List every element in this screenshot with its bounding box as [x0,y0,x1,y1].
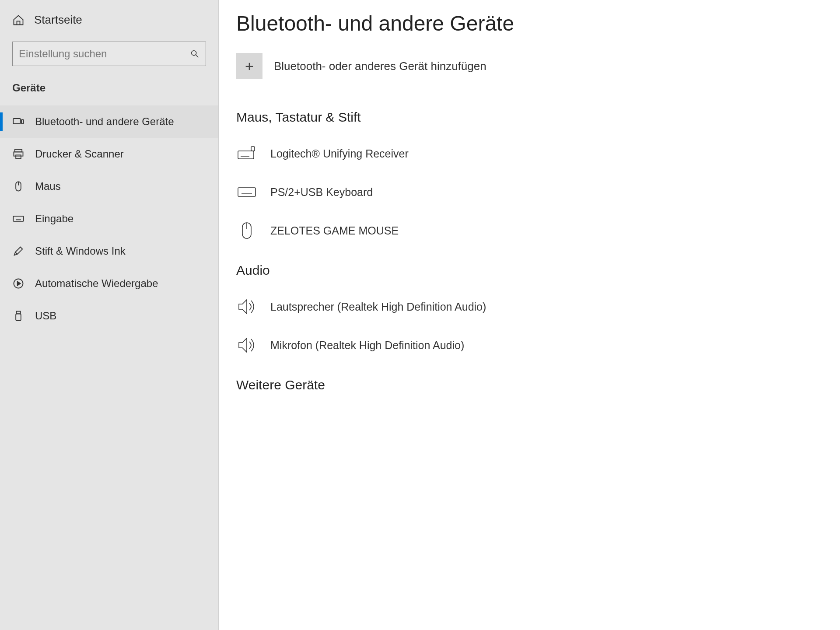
sidebar-item-pen[interactable]: Stift & Windows Ink [0,235,218,267]
device-label: Lautsprecher (Realtek High Definition Au… [270,301,486,313]
svg-rect-3 [21,119,24,123]
sidebar-item-label: Bluetooth- und andere Geräte [35,116,174,128]
sidebar-item-label: USB [35,310,56,322]
mouse-icon [236,220,257,241]
device-item[interactable]: Lautsprecher (Realtek High Definition Au… [236,287,822,326]
svg-rect-9 [13,216,23,221]
device-item[interactable]: PS/2+USB Keyboard [236,173,822,211]
sidebar-section-label: Geräte [0,77,218,105]
autoplay-icon [12,277,24,290]
svg-line-1 [196,55,199,58]
sidebar-item-label: Stift & Windows Ink [35,245,126,257]
section-heading-other: Weitere Geräte [236,378,822,392]
svg-rect-18 [16,314,21,320]
svg-rect-26 [238,188,256,196]
search-container [12,42,206,66]
keyboard-icon [236,182,257,203]
search-box[interactable] [12,42,206,66]
plus-icon: + [236,53,262,79]
device-item[interactable]: Logitech® Unifying Receiver [236,134,822,173]
svg-point-0 [192,51,196,56]
device-item[interactable]: Mikrofon (Realtek High Definition Audio) [236,326,822,364]
svg-rect-6 [16,155,21,158]
sidebar-item-label: Maus [35,180,61,192]
speaker-icon [236,296,257,317]
device-label: Mikrofon (Realtek High Definition Audio) [270,339,464,352]
search-input[interactable] [19,48,190,60]
section-heading-input: Maus, Tastatur & Stift [236,110,822,125]
sidebar-item-label: Automatische Wiedergabe [35,277,158,290]
speaker-icon [236,335,257,356]
sidebar-item-label: Drucker & Scanner [35,148,124,160]
search-icon [190,49,200,59]
keyboard-icon [12,213,24,225]
page-title: Bluetooth- und andere Geräte [236,11,822,35]
keyboard-receiver-icon [236,143,257,164]
usb-icon [12,310,24,322]
sidebar-item-bluetooth[interactable]: Bluetooth- und andere Geräte [0,105,218,138]
svg-rect-19 [238,151,254,159]
main-content: Bluetooth- und andere Geräte + Bluetooth… [219,0,840,630]
svg-rect-25 [251,147,255,151]
home-icon [12,14,24,26]
device-item[interactable]: ZELOTES GAME MOUSE [236,211,822,250]
svg-rect-2 [13,119,20,124]
add-device-button[interactable]: + Bluetooth- oder anderes Gerät hinzufüg… [236,53,822,79]
sidebar: Startseite Geräte Bluetooth- und andere … [0,0,219,630]
home-link[interactable]: Startseite [0,5,218,35]
sidebar-item-printers[interactable]: Drucker & Scanner [0,138,218,170]
home-label: Startseite [34,13,82,27]
device-label: PS/2+USB Keyboard [270,186,373,199]
sidebar-item-mouse[interactable]: Maus [0,170,218,203]
printer-icon [12,148,24,160]
add-device-label: Bluetooth- oder anderes Gerät hinzufügen [274,60,486,73]
mouse-icon [12,180,24,192]
sidebar-item-usb[interactable]: USB [0,300,218,332]
device-label: Logitech® Unifying Receiver [270,147,409,160]
sidebar-item-autoplay[interactable]: Automatische Wiedergabe [0,267,218,300]
sidebar-item-typing[interactable]: Eingabe [0,203,218,235]
sidebar-item-label: Eingabe [35,213,74,225]
pen-icon [12,245,24,257]
sidebar-nav: Bluetooth- und andere Geräte Drucker & S… [0,105,218,332]
section-heading-audio: Audio [236,263,822,278]
devices-icon [12,116,24,128]
device-label: ZELOTES GAME MOUSE [270,224,399,237]
